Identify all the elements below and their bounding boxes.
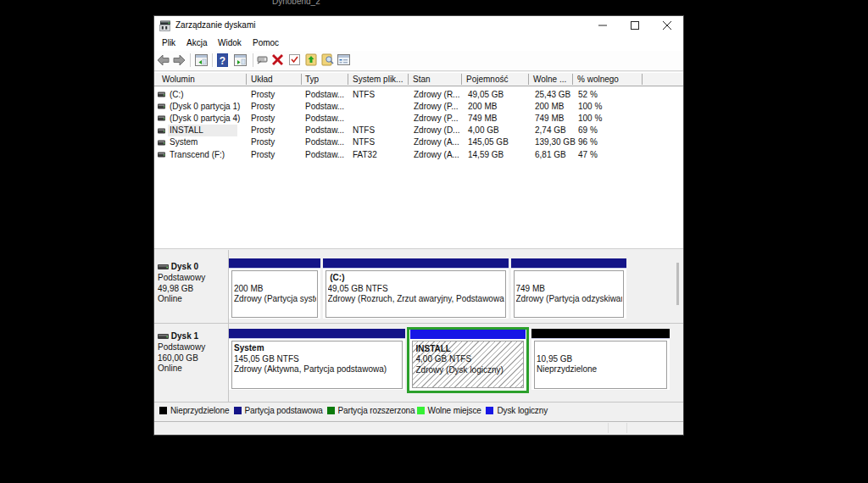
svg-text:?: ? (220, 55, 225, 67)
